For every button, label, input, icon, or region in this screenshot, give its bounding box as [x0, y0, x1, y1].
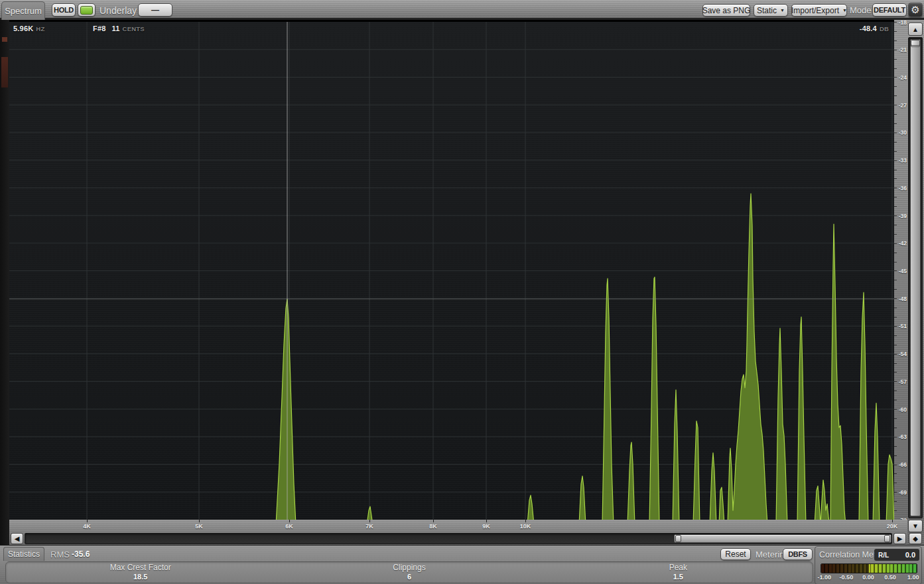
scrollbar-thumb-grip[interactable] — [911, 40, 920, 46]
db-axis-label: -48 — [899, 296, 907, 302]
db-axis-label: -57 — [899, 379, 907, 385]
vertical-scrollbar-thumb[interactable] — [910, 39, 921, 516]
db-axis-label: -24 — [899, 74, 907, 81]
stat-max-crest-factor: Max Crest Factor 18.5 — [6, 563, 275, 581]
correlation-meter-bar — [821, 563, 917, 573]
tab-spectrum-label: Spectrum — [5, 6, 42, 16]
gear-icon: ⚙ — [911, 4, 919, 16]
stat-value: 1.5 — [544, 573, 813, 581]
db-axis-label: -66 — [899, 461, 907, 468]
cursor-frequency-readout: 5.96KHZ — [13, 25, 44, 32]
metering-dbfs-label: DBFS — [788, 550, 807, 558]
spectrum-plot-area[interactable]: 5.96KHZ F#811CENTS -48.4DB — [9, 22, 894, 520]
tab-statistics[interactable]: Statistics — [3, 547, 44, 561]
db-axis-label: -42 — [899, 240, 907, 247]
spectrum-enable-led-toggle[interactable] — [78, 3, 96, 17]
scrollbar-thumb-grip[interactable] — [884, 535, 890, 542]
scale-tick-label: -1.00 — [817, 574, 831, 581]
freq-axis-tick — [525, 520, 526, 522]
freq-axis-label: 4K — [83, 523, 91, 530]
underlay-dropdown[interactable]: — — [138, 3, 172, 17]
zoom-mode-diamond-button[interactable]: ◆ — [909, 533, 922, 544]
db-axis-label: -45 — [899, 268, 907, 274]
metering-dbfs-button[interactable]: DBFS — [783, 548, 813, 560]
save-as-png-label: Save as PNG — [702, 6, 751, 15]
left-edge-artifact — [2, 37, 7, 42]
db-axis-label: -60 — [899, 406, 907, 413]
top-toolbar: Spectrum HOLD Underlay — Save as PNG Sta… — [0, 0, 924, 20]
left-edge-strip — [0, 20, 9, 545]
stat-label: Max Crest Factor — [6, 563, 275, 573]
db-axis-label: -36 — [899, 185, 907, 192]
status-bar: Statistics RMS -35.6 Reset Metering DBFS… — [0, 545, 924, 584]
stat-label: Peak — [544, 563, 813, 573]
correlation-channel-readout: R/L 0.0 — [874, 549, 919, 561]
db-axis-label: -30 — [899, 129, 907, 136]
horizontal-scrollbar-thumb[interactable] — [674, 534, 891, 543]
freq-axis-label: 8K — [429, 523, 437, 530]
freq-axis-label: 5K — [195, 523, 203, 530]
statistics-panel: Max Crest Factor 18.5 Clippings 6 Peak 1… — [5, 561, 813, 583]
reset-button-label: Reset — [725, 550, 746, 559]
cursor-level-value: -48.4 — [860, 25, 877, 32]
db-axis-label: -51 — [899, 323, 907, 329]
cursor-level-readout: -48.4DB — [860, 25, 889, 32]
freq-axis-tick — [433, 520, 434, 522]
tab-statistics-label: Statistics — [8, 550, 40, 559]
cursor-note-readout: F#811CENTS — [93, 25, 145, 32]
correlation-value: 0.0 — [905, 551, 915, 559]
db-axis-label: -69 — [899, 489, 907, 496]
arrow-left-icon: ◀ — [15, 535, 20, 542]
db-axis-label: -27 — [899, 102, 907, 109]
import-export-dropdown[interactable]: Import/Export▼ — [791, 4, 847, 17]
scale-tick-label: -0.50 — [840, 574, 854, 581]
arrow-down-icon: ▼ — [912, 522, 919, 530]
stat-peak: Peak 1.5 — [544, 563, 813, 581]
cursor-note-value: F#8 — [93, 25, 106, 32]
mode-default-button[interactable]: DEFAULT — [872, 3, 907, 17]
freq-axis-tick — [369, 520, 370, 522]
freq-axis-tick — [289, 520, 290, 522]
reset-button[interactable]: Reset — [720, 548, 751, 560]
correlation-meter-panel: Correlation Meter R/L 0.0 -1.00 -0.50 0.… — [815, 546, 922, 584]
hold-button[interactable]: HOLD — [52, 3, 76, 17]
hold-button-label: HOLD — [54, 6, 74, 14]
scrollbar-thumb-grip[interactable] — [675, 535, 681, 542]
db-axis-label: -54 — [899, 351, 907, 357]
freq-axis-tick — [486, 520, 487, 522]
db-axis-label: -33 — [899, 157, 907, 164]
stat-clippings: Clippings 6 — [275, 563, 543, 581]
cursor-level-unit: DB — [880, 25, 889, 32]
horizontal-scrollbar-track[interactable] — [25, 533, 892, 544]
arrow-right-icon: ▶ — [897, 535, 903, 542]
scale-tick-label: 1.00 — [907, 574, 919, 581]
freq-axis-label: 10K — [520, 523, 531, 530]
scroll-left-button[interactable]: ◀ — [11, 533, 23, 544]
correlation-meter-scale: -1.00 -0.50 0.00 0.50 1.00 — [821, 574, 916, 582]
freq-axis-tick — [199, 520, 200, 522]
freq-axis-label: 6K — [285, 523, 293, 530]
db-axis: -18-21-24-27-30-33-36-39-42-45-48-51-54-… — [894, 22, 907, 520]
rms-value: -35.6 — [72, 550, 90, 559]
freq-axis-tick — [892, 520, 893, 522]
vertical-scrollbar-track[interactable] — [908, 37, 923, 518]
static-dropdown[interactable]: Static▼ — [754, 4, 788, 17]
stat-label: Clippings — [275, 563, 543, 573]
cursor-cents-value: 11 — [112, 25, 120, 32]
underlay-dropdown-value: — — [151, 5, 159, 15]
mode-label: Mode — [850, 5, 872, 15]
correlation-channel-button[interactable]: R/L — [878, 552, 889, 559]
scroll-down-button[interactable]: ▼ — [908, 520, 923, 532]
tab-spectrum[interactable]: Spectrum — [1, 1, 45, 20]
freq-axis-tick — [87, 520, 88, 522]
static-dropdown-value: Static — [757, 6, 777, 15]
save-as-png-button[interactable]: Save as PNG — [702, 4, 750, 17]
freq-axis-label: 20K — [887, 523, 898, 530]
settings-gear-button[interactable]: ⚙ — [908, 3, 923, 17]
cursor-frequency-unit: HZ — [36, 25, 44, 32]
arrow-up-icon: ▲ — [912, 26, 919, 33]
underlay-label: Underlay — [99, 5, 137, 16]
scroll-up-button[interactable]: ▲ — [908, 23, 923, 36]
scroll-right-button[interactable]: ▶ — [893, 533, 906, 544]
cursor-frequency-value: 5.96K — [13, 25, 33, 32]
